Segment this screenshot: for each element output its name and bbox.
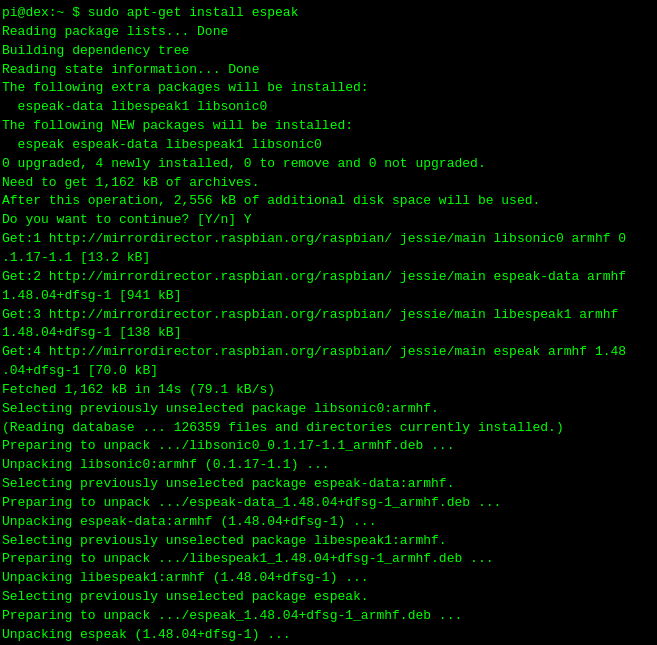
terminal-line: espeak-data libespeak1 libsonic0 [2, 98, 655, 117]
terminal-line: Unpacking libsonic0:armhf (0.1.17-1.1) .… [2, 456, 655, 475]
terminal-line: Selecting previously unselected package … [2, 588, 655, 607]
terminal-line: (Reading database ... 126359 files and d… [2, 419, 655, 438]
terminal-line: Unpacking libespeak1:armhf (1.48.04+dfsg… [2, 569, 655, 588]
terminal-line: Preparing to unpack .../espeak_1.48.04+d… [2, 607, 655, 626]
terminal-line: Reading package lists... Done [2, 23, 655, 42]
terminal-line: Get:3 http://mirrordirector.raspbian.org… [2, 306, 655, 325]
terminal-line: The following NEW packages will be insta… [2, 117, 655, 136]
terminal-line: Do you want to continue? [Y/n] Y [2, 211, 655, 230]
terminal-line: Fetched 1,162 kB in 14s (79.1 kB/s) [2, 381, 655, 400]
terminal-line: Selecting previously unselected package … [2, 475, 655, 494]
terminal-line: Reading state information... Done [2, 61, 655, 80]
terminal-line: Selecting previously unselected package … [2, 400, 655, 419]
terminal: pi@dex:~ $ sudo apt-get install espeakRe… [0, 0, 657, 645]
terminal-line: 1.48.04+dfsg-1 [941 kB] [2, 287, 655, 306]
terminal-line: Unpacking espeak (1.48.04+dfsg-1) ... [2, 626, 655, 645]
terminal-line: Preparing to unpack .../espeak-data_1.48… [2, 494, 655, 513]
terminal-line: espeak espeak-data libespeak1 libsonic0 [2, 136, 655, 155]
terminal-line: .1.17-1.1 [13.2 kB] [2, 249, 655, 268]
terminal-line: pi@dex:~ $ sudo apt-get install espeak [2, 4, 655, 23]
terminal-line: Need to get 1,162 kB of archives. [2, 174, 655, 193]
terminal-line: Selecting previously unselected package … [2, 532, 655, 551]
terminal-line: After this operation, 2,556 kB of additi… [2, 192, 655, 211]
terminal-line: Preparing to unpack .../libespeak1_1.48.… [2, 550, 655, 569]
terminal-line: 0 upgraded, 4 newly installed, 0 to remo… [2, 155, 655, 174]
terminal-line: The following extra packages will be ins… [2, 79, 655, 98]
terminal-line: .04+dfsg-1 [70.0 kB] [2, 362, 655, 381]
terminal-line: Preparing to unpack .../libsonic0_0.1.17… [2, 437, 655, 456]
terminal-line: Get:1 http://mirrordirector.raspbian.org… [2, 230, 655, 249]
terminal-line: 1.48.04+dfsg-1 [138 kB] [2, 324, 655, 343]
terminal-line: Unpacking espeak-data:armhf (1.48.04+dfs… [2, 513, 655, 532]
terminal-line: Get:2 http://mirrordirector.raspbian.org… [2, 268, 655, 287]
terminal-line: Building dependency tree [2, 42, 655, 61]
terminal-line: Get:4 http://mirrordirector.raspbian.org… [2, 343, 655, 362]
